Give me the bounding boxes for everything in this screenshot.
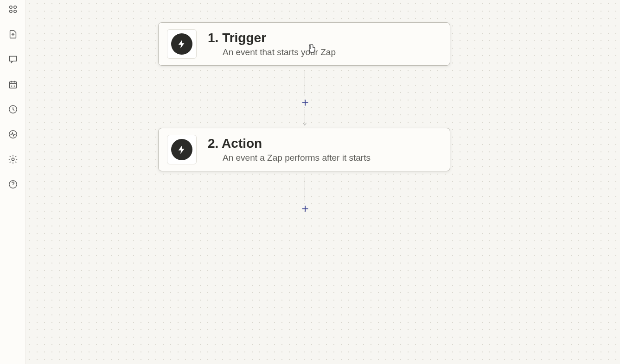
action-step-card[interactable]: 2. Action An event a Zap performs after … xyxy=(158,128,450,171)
apps-icon[interactable] xyxy=(7,4,19,15)
step-text: 2. Action An event a Zap performs after … xyxy=(208,136,371,163)
connector-line xyxy=(305,177,305,201)
step-subtitle: An event that starts your Zap xyxy=(208,47,336,57)
add-step-button[interactable]: + xyxy=(300,97,311,108)
arrow-down-icon xyxy=(302,121,307,126)
settings-icon[interactable] xyxy=(7,154,19,165)
svg-point-2 xyxy=(9,10,12,13)
bolt-icon xyxy=(171,139,192,160)
add-step-button[interactable]: + xyxy=(300,203,311,214)
import-icon[interactable] xyxy=(7,29,19,40)
step-text: 1. Trigger An event that starts your Zap xyxy=(208,31,336,57)
svg-rect-4 xyxy=(9,82,16,88)
history-icon[interactable] xyxy=(7,104,19,115)
svg-point-7 xyxy=(12,158,14,161)
calendar-icon[interactable] xyxy=(7,79,19,90)
sidebar xyxy=(0,0,26,364)
step-title: 2. Action xyxy=(208,136,371,151)
activity-icon[interactable] xyxy=(7,129,19,140)
step-subtitle: An event a Zap performs after it starts xyxy=(208,153,371,163)
svg-point-3 xyxy=(13,10,16,13)
step-icon-box xyxy=(167,135,197,164)
help-icon[interactable] xyxy=(7,179,19,190)
step-title: 1. Trigger xyxy=(208,31,336,45)
comment-icon[interactable] xyxy=(7,54,19,65)
svg-point-1 xyxy=(13,6,16,9)
bolt-icon xyxy=(171,33,192,55)
step-icon-box xyxy=(167,29,197,59)
workflow-canvas[interactable]: 1. Trigger An event that starts your Zap… xyxy=(26,0,620,364)
connector-line xyxy=(305,70,305,96)
svg-point-0 xyxy=(9,6,12,9)
trigger-step-card[interactable]: 1. Trigger An event that starts your Zap xyxy=(158,22,450,66)
